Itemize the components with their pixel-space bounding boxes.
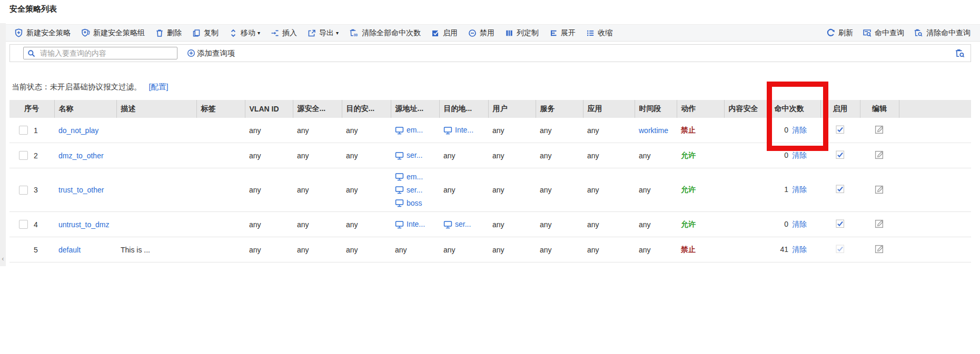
policy-name-link[interactable]: default: [58, 246, 81, 254]
address-object[interactable]: ser...: [443, 218, 484, 231]
user-label: any: [492, 186, 504, 194]
insert-button[interactable]: 插入: [271, 28, 297, 38]
col-schedule: 时间段: [635, 100, 677, 118]
enable-checkbox[interactable]: [836, 219, 845, 228]
row-checkbox[interactable]: [19, 220, 28, 229]
expand-button[interactable]: 展开: [549, 28, 576, 38]
schedule-link[interactable]: worktime: [639, 126, 668, 135]
address-object[interactable]: boss: [395, 197, 435, 210]
config-link[interactable]: [配置]: [149, 83, 169, 91]
address-object[interactable]: Inte...: [443, 124, 484, 137]
vlan-label: any: [249, 186, 261, 194]
export-button[interactable]: 导出▾: [308, 28, 339, 38]
new-policy-button[interactable]: 新建安全策略: [14, 28, 71, 38]
list-icon: [586, 29, 595, 37]
edit-button[interactable]: [875, 244, 884, 254]
toolbar-right: 刷新 命中查询 清除命中查询: [826, 28, 971, 38]
add-query-button[interactable]: 添加查询项: [187, 48, 235, 58]
customize-columns-button[interactable]: 列定制: [505, 28, 539, 38]
status-message: 未开启基础协议报文过滤。: [50, 83, 142, 91]
trash-icon: [155, 29, 164, 37]
hit-count: 1: [784, 185, 788, 194]
hit-query-button[interactable]: 命中查询: [863, 28, 904, 38]
status-prefix: 当前状态：: [12, 83, 50, 91]
col-hit-count: 命中次数: [770, 100, 820, 118]
clear-hits-link[interactable]: 清除: [792, 245, 807, 254]
app-label: any: [587, 186, 599, 194]
policy-name-link[interactable]: trust_to_other: [58, 186, 104, 194]
app-label: any: [587, 151, 599, 160]
address-object[interactable]: Inte...: [395, 218, 435, 231]
row-checkbox[interactable]: [19, 186, 28, 195]
action-label: 允许: [681, 185, 696, 194]
collapse-button[interactable]: 收缩: [586, 28, 612, 38]
host-icon: [395, 173, 404, 181]
move-button[interactable]: 移动▾: [229, 28, 260, 38]
schedule-label: any: [639, 220, 651, 229]
disable-button[interactable]: 禁用: [468, 28, 494, 38]
clear-hits-link[interactable]: 清除: [792, 220, 807, 228]
vlan-label: any: [249, 151, 261, 160]
address-object[interactable]: ser...: [395, 149, 435, 162]
checkbox-checked-icon: [836, 150, 845, 159]
address-object[interactable]: ser...: [395, 184, 435, 197]
svg-text:00: 00: [354, 33, 358, 37]
vlan-label: any: [249, 126, 261, 135]
address-object[interactable]: em...: [395, 124, 435, 137]
new-policy-group-button[interactable]: 新建安全策略组: [81, 28, 145, 38]
dst-addr-label: any: [443, 246, 456, 254]
copy-button[interactable]: 复制: [192, 28, 219, 38]
edit-button[interactable]: [875, 219, 884, 228]
vlan-label: any: [249, 246, 261, 254]
hit-count: 0: [784, 220, 788, 228]
clear-hits-link[interactable]: 清除: [792, 151, 807, 159]
row-checkbox[interactable]: [19, 126, 28, 135]
delete-button[interactable]: 删除: [155, 28, 182, 38]
clear-search-conditions-button[interactable]: [955, 48, 965, 58]
checkbox-checked-icon: [431, 29, 440, 37]
clear-all-hits-button[interactable]: 00 清除全部命中次数: [349, 28, 421, 38]
schedule-label: any: [639, 151, 651, 160]
search-input[interactable]: [39, 48, 173, 58]
clear-hits-link[interactable]: 清除: [792, 126, 807, 134]
address-label: boss: [407, 197, 422, 210]
dropdown-caret-icon: ▾: [336, 30, 339, 36]
app-label: any: [587, 126, 599, 135]
clear-hits-link[interactable]: 清除: [792, 185, 807, 194]
service-label: any: [540, 220, 552, 229]
policy-name-link[interactable]: untrust_to_dmz: [58, 220, 110, 229]
search-box: [23, 47, 177, 59]
edit-button[interactable]: [875, 150, 884, 159]
trash-search-icon: [955, 48, 965, 58]
row-checkbox[interactable]: [19, 151, 28, 160]
edit-button[interactable]: [875, 185, 884, 194]
seq-label: 5: [34, 246, 38, 254]
action-label: 禁止: [681, 126, 696, 134]
col-enable: 启用: [820, 100, 860, 118]
refresh-button[interactable]: 刷新: [826, 28, 853, 38]
user-label: any: [492, 126, 504, 135]
col-dst-zone: 目的安...: [342, 100, 391, 118]
host-icon: [443, 220, 452, 229]
table-header-row: 序号 名称 描述 标签 VLAN ID 源安全... 目的安... 源地址...…: [9, 100, 971, 118]
col-seq: 序号: [9, 100, 54, 118]
policy-name-link[interactable]: do_not_play: [58, 126, 98, 135]
dst-addr-label: any: [443, 186, 456, 194]
policy-name-link[interactable]: dmz_to_other: [58, 151, 104, 160]
col-desc: 描述: [116, 100, 196, 118]
trash-counter-icon: 00: [349, 28, 359, 37]
clear-hit-query-button[interactable]: 清除命中查询: [914, 28, 971, 38]
col-dst-addr: 目的地...: [439, 100, 488, 118]
enable-checkbox[interactable]: [836, 125, 845, 134]
address-label: ser...: [407, 149, 422, 162]
col-filler: [899, 100, 971, 118]
page-title: 安全策略列表: [9, 4, 57, 14]
enable-checkbox[interactable]: [836, 150, 845, 159]
edit-button[interactable]: [875, 125, 884, 134]
service-label: any: [540, 151, 552, 160]
panel-collapse-handle[interactable]: ‹: [0, 250, 6, 266]
dst-zone-label: any: [346, 151, 358, 160]
address-object[interactable]: em...: [395, 170, 435, 184]
enable-button[interactable]: 启用: [431, 28, 458, 38]
enable-checkbox[interactable]: [836, 185, 845, 194]
